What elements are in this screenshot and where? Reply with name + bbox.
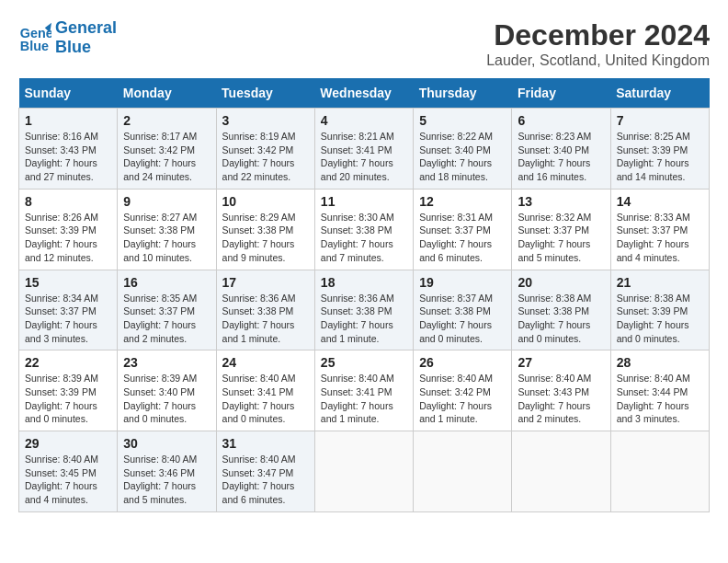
calendar-cell [512,431,610,512]
calendar-cell: 6Sunrise: 8:23 AM Sunset: 3:40 PM Daylig… [512,109,610,190]
day-number: 22 [25,355,111,370]
day-info: Sunrise: 8:36 AM Sunset: 3:38 PM Dayligh… [222,292,309,346]
day-info: Sunrise: 8:40 AM Sunset: 3:45 PM Dayligh… [25,453,111,507]
day-info: Sunrise: 8:40 AM Sunset: 3:44 PM Dayligh… [617,372,703,426]
day-number: 3 [222,113,309,128]
day-number: 18 [321,275,407,290]
calendar-cell: 16Sunrise: 8:35 AM Sunset: 3:37 PM Dayli… [118,270,216,350]
header-cell-friday: Friday [512,78,610,109]
day-number: 28 [617,355,703,370]
day-info: Sunrise: 8:39 AM Sunset: 3:39 PM Dayligh… [25,372,111,426]
calendar-cell: 13Sunrise: 8:32 AM Sunset: 3:37 PM Dayli… [512,189,610,270]
day-number: 17 [222,275,309,290]
day-number: 25 [321,355,407,370]
logo: General Blue General Blue [18,18,117,57]
day-number: 15 [25,275,111,290]
day-info: Sunrise: 8:27 AM Sunset: 3:38 PM Dayligh… [123,211,210,265]
day-number: 23 [123,355,210,370]
calendar-cell: 12Sunrise: 8:31 AM Sunset: 3:37 PM Dayli… [414,189,512,270]
calendar-cell: 21Sunrise: 8:38 AM Sunset: 3:39 PM Dayli… [610,270,709,350]
day-number: 5 [419,113,506,128]
day-info: Sunrise: 8:32 AM Sunset: 3:37 PM Dayligh… [518,211,604,265]
location-title: Lauder, Scotland, United Kingdom [486,52,710,69]
logo-line1: General [55,18,117,38]
calendar-week-row: 29Sunrise: 8:40 AM Sunset: 3:45 PM Dayli… [19,431,710,512]
day-number: 27 [518,355,604,370]
day-info: Sunrise: 8:26 AM Sunset: 3:39 PM Dayligh… [25,211,111,265]
day-info: Sunrise: 8:37 AM Sunset: 3:38 PM Dayligh… [419,292,506,346]
day-info: Sunrise: 8:36 AM Sunset: 3:38 PM Dayligh… [321,292,407,346]
day-number: 16 [123,275,210,290]
calendar-cell: 10Sunrise: 8:29 AM Sunset: 3:38 PM Dayli… [216,189,314,270]
calendar-week-row: 1Sunrise: 8:16 AM Sunset: 3:43 PM Daylig… [19,109,710,190]
calendar-cell: 22Sunrise: 8:39 AM Sunset: 3:39 PM Dayli… [19,350,118,431]
header-cell-wednesday: Wednesday [314,78,413,109]
calendar-week-row: 8Sunrise: 8:26 AM Sunset: 3:39 PM Daylig… [19,189,710,270]
day-info: Sunrise: 8:30 AM Sunset: 3:38 PM Dayligh… [321,211,407,265]
header-cell-thursday: Thursday [414,78,512,109]
day-number: 4 [321,113,407,128]
day-number: 7 [617,113,703,128]
day-info: Sunrise: 8:17 AM Sunset: 3:42 PM Dayligh… [123,130,210,184]
day-info: Sunrise: 8:38 AM Sunset: 3:39 PM Dayligh… [617,292,703,346]
day-number: 20 [518,275,604,290]
day-number: 10 [222,194,309,209]
day-info: Sunrise: 8:34 AM Sunset: 3:37 PM Dayligh… [25,292,111,346]
day-number: 1 [25,113,111,128]
calendar-cell [414,431,512,512]
calendar-cell: 30Sunrise: 8:40 AM Sunset: 3:46 PM Dayli… [118,431,216,512]
day-info: Sunrise: 8:40 AM Sunset: 3:42 PM Dayligh… [419,372,506,426]
calendar-week-row: 22Sunrise: 8:39 AM Sunset: 3:39 PM Dayli… [19,350,710,431]
calendar-cell: 25Sunrise: 8:40 AM Sunset: 3:41 PM Dayli… [314,350,413,431]
calendar-cell: 17Sunrise: 8:36 AM Sunset: 3:38 PM Dayli… [216,270,314,350]
day-number: 9 [123,194,210,209]
day-number: 29 [25,436,111,451]
calendar-cell: 28Sunrise: 8:40 AM Sunset: 3:44 PM Dayli… [610,350,709,431]
day-number: 30 [123,436,210,451]
day-number: 8 [25,194,111,209]
day-info: Sunrise: 8:35 AM Sunset: 3:37 PM Dayligh… [123,292,210,346]
calendar-week-row: 15Sunrise: 8:34 AM Sunset: 3:37 PM Dayli… [19,270,710,350]
day-number: 13 [518,194,604,209]
calendar-cell [610,431,709,512]
header: General Blue General Blue December 2024 … [18,18,710,69]
day-number: 2 [123,113,210,128]
day-info: Sunrise: 8:25 AM Sunset: 3:39 PM Dayligh… [617,130,703,184]
calendar-cell: 8Sunrise: 8:26 AM Sunset: 3:39 PM Daylig… [19,189,118,270]
day-number: 24 [222,355,309,370]
calendar-cell: 14Sunrise: 8:33 AM Sunset: 3:37 PM Dayli… [610,189,709,270]
title-area: December 2024 Lauder, Scotland, United K… [486,18,710,69]
day-number: 6 [518,113,604,128]
calendar-cell: 26Sunrise: 8:40 AM Sunset: 3:42 PM Dayli… [414,350,512,431]
svg-text:Blue: Blue [20,39,49,53]
calendar-cell: 18Sunrise: 8:36 AM Sunset: 3:38 PM Dayli… [314,270,413,350]
calendar-cell: 9Sunrise: 8:27 AM Sunset: 3:38 PM Daylig… [118,189,216,270]
day-info: Sunrise: 8:31 AM Sunset: 3:37 PM Dayligh… [419,211,506,265]
calendar-cell: 1Sunrise: 8:16 AM Sunset: 3:43 PM Daylig… [19,109,118,190]
day-info: Sunrise: 8:19 AM Sunset: 3:42 PM Dayligh… [222,130,309,184]
day-number: 11 [321,194,407,209]
header-cell-tuesday: Tuesday [216,78,314,109]
day-info: Sunrise: 8:23 AM Sunset: 3:40 PM Dayligh… [518,130,604,184]
header-cell-saturday: Saturday [610,78,709,109]
logo-line2: Blue [55,38,117,57]
month-title: December 2024 [486,18,710,52]
calendar-cell: 23Sunrise: 8:39 AM Sunset: 3:40 PM Dayli… [118,350,216,431]
calendar-cell: 3Sunrise: 8:19 AM Sunset: 3:42 PM Daylig… [216,109,314,190]
calendar-cell: 24Sunrise: 8:40 AM Sunset: 3:41 PM Dayli… [216,350,314,431]
day-info: Sunrise: 8:38 AM Sunset: 3:38 PM Dayligh… [518,292,604,346]
day-info: Sunrise: 8:33 AM Sunset: 3:37 PM Dayligh… [617,211,703,265]
calendar-cell: 15Sunrise: 8:34 AM Sunset: 3:37 PM Dayli… [19,270,118,350]
day-number: 12 [419,194,506,209]
calendar-cell: 29Sunrise: 8:40 AM Sunset: 3:45 PM Dayli… [19,431,118,512]
calendar-cell: 31Sunrise: 8:40 AM Sunset: 3:47 PM Dayli… [216,431,314,512]
day-number: 14 [617,194,703,209]
calendar-table: SundayMondayTuesdayWednesdayThursdayFrid… [18,78,710,512]
day-number: 21 [617,275,703,290]
day-info: Sunrise: 8:40 AM Sunset: 3:41 PM Dayligh… [321,372,407,426]
day-info: Sunrise: 8:40 AM Sunset: 3:41 PM Dayligh… [222,372,309,426]
day-info: Sunrise: 8:16 AM Sunset: 3:43 PM Dayligh… [25,130,111,184]
day-info: Sunrise: 8:21 AM Sunset: 3:41 PM Dayligh… [321,130,407,184]
calendar-cell [314,431,413,512]
calendar-cell: 27Sunrise: 8:40 AM Sunset: 3:43 PM Dayli… [512,350,610,431]
